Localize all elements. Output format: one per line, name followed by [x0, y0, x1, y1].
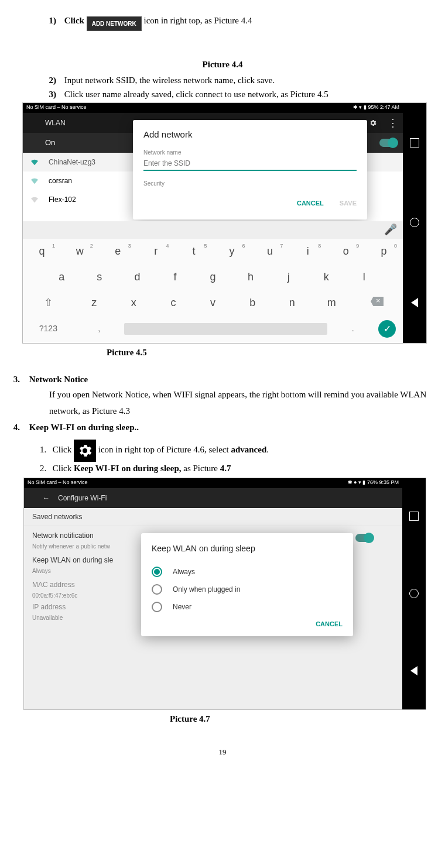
key-p[interactable]: p0: [365, 243, 403, 259]
sec3-title: Network Notice: [29, 375, 88, 384]
key-q[interactable]: q1: [23, 243, 61, 259]
key-a[interactable]: a: [43, 269, 81, 285]
notification-toggle[interactable]: [355, 534, 372, 542]
dialog-cancel-button[interactable]: CANCEL: [297, 200, 324, 207]
add-network-icon: ADD NETWORK: [87, 16, 142, 31]
add-network-dialog: Add network Network name Security CANCEL…: [133, 120, 367, 219]
android-navbar: [402, 478, 426, 709]
sec4-li2-post: as Picture: [183, 464, 220, 473]
key-x[interactable]: x: [114, 295, 154, 311]
opt-never[interactable]: Never: [152, 598, 343, 616]
step-1-num: 1): [40, 14, 56, 28]
gear-icon: [74, 440, 96, 462]
back-icon[interactable]: [411, 298, 418, 307]
status-left: No SIM card – No service: [26, 104, 87, 112]
step-2-text: Input network SSID, the wireless network…: [64, 76, 275, 85]
wifi-name-2: Flex-102: [49, 194, 76, 205]
key-h[interactable]: h: [232, 269, 270, 285]
status-left: No SIM card – No service: [28, 479, 88, 487]
sec4-title: Keep WI-FI on during sleep..: [29, 423, 139, 432]
sec4-li1: 1. Click icon in right top of Picture 4.…: [40, 440, 438, 462]
screenshot-add-network: No SIM card – No service ✱ ▾ ▮ 95% 2:47 …: [22, 102, 427, 344]
appbar-configure: ← Configure Wi-Fi: [24, 488, 402, 508]
symbols-key[interactable]: ?123: [23, 323, 74, 335]
sec4-li2-bold: Keep WI-FI on during sleep,: [74, 464, 182, 473]
appbar2-title: Configure Wi-Fi: [58, 493, 107, 503]
dot-key[interactable]: .: [327, 323, 378, 335]
step-3-text: Click user name already saved, click con…: [64, 90, 328, 99]
kb-suggestion-bar: 🎤: [23, 221, 403, 239]
sec4-li1-pre: Click: [53, 445, 74, 454]
caption-4-7: Picture 4.7: [170, 712, 438, 726]
key-o[interactable]: o9: [327, 243, 365, 259]
status-right: ✱ ● ▾ ▮ 76% 9:35 PM: [348, 479, 399, 487]
appbar-title: WLAN: [45, 118, 66, 128]
caption-4-5: Picture 4.5: [107, 346, 438, 359]
enter-key[interactable]: ✓: [378, 320, 396, 338]
key-j[interactable]: j: [269, 269, 307, 285]
android-navbar: [403, 103, 426, 343]
key-c[interactable]: c: [153, 295, 193, 311]
comma-key[interactable]: ,: [74, 323, 125, 335]
wlan-on-label: On: [45, 137, 55, 149]
step-1-pre: Click: [64, 16, 87, 25]
back-icon[interactable]: [410, 666, 417, 675]
key-s[interactable]: s: [81, 269, 119, 285]
dialog2-title: Keep WLAN on during sleep: [152, 543, 343, 555]
dialog-save-button[interactable]: SAVE: [340, 200, 357, 207]
key-t[interactable]: t5: [175, 243, 213, 259]
caption-4-4: Picture 4.4: [7, 58, 438, 71]
key-b[interactable]: b: [232, 295, 272, 311]
key-z[interactable]: z: [74, 295, 114, 311]
dialog2-cancel-button[interactable]: CANCEL: [316, 619, 343, 629]
key-w[interactable]: w2: [61, 243, 99, 259]
recent-apps-icon[interactable]: [409, 512, 419, 521]
shift-key[interactable]: ⇧: [23, 295, 74, 311]
radio-icon: [152, 567, 162, 577]
step-2-num: 2): [40, 74, 56, 87]
sec4-li2-pre: Click: [53, 464, 74, 473]
key-d[interactable]: d: [118, 269, 156, 285]
ssid-input[interactable]: [143, 157, 357, 171]
key-i[interactable]: i8: [289, 243, 327, 259]
back-arrow-icon[interactable]: ←: [43, 493, 50, 503]
step-2: 2) Input network SSID, the wireless netw…: [40, 74, 438, 87]
screenshot-keep-wlan: No SIM card – No service ✱ ● ▾ ▮ 76% 9:3…: [23, 478, 426, 710]
wlan-toggle[interactable]: [379, 139, 396, 147]
key-y[interactable]: y6: [213, 243, 251, 259]
row-saved-networks[interactable]: Saved networks: [24, 508, 402, 526]
opt-always[interactable]: Always: [152, 563, 343, 581]
sec4-li2-bold2: 4.7: [220, 464, 231, 473]
kb-row-1: q1 w2 e3 r4 t5 y6 u7 i8 o9 p0: [23, 239, 403, 265]
key-g[interactable]: g: [194, 269, 232, 285]
backspace-key[interactable]: [351, 295, 403, 311]
step-1-post: icon in right top, as Picture 4.4: [144, 16, 252, 25]
kb-row-4: ?123 , . ✓: [23, 316, 403, 342]
key-u[interactable]: u7: [251, 243, 289, 259]
sec4-li1-bold: advanced: [231, 445, 266, 454]
key-v[interactable]: v: [193, 295, 233, 311]
wifi-icon: [30, 195, 39, 204]
key-l[interactable]: l: [345, 269, 384, 285]
recent-apps-icon[interactable]: [410, 138, 419, 147]
mic-icon[interactable]: 🎤: [384, 222, 397, 238]
space-key[interactable]: [124, 323, 327, 335]
status-right: ✱ ▾ ▮ 95% 2:47 AM: [353, 104, 399, 112]
sec4-li2: 2. Click Keep WI-FI on during sleep, as …: [40, 462, 438, 475]
dialog-title: Add network: [143, 128, 357, 142]
key-m[interactable]: m: [312, 295, 352, 311]
network-name-label: Network name: [143, 148, 357, 157]
gear-icon[interactable]: [369, 119, 377, 127]
key-e[interactable]: e3: [99, 243, 137, 259]
key-n[interactable]: n: [272, 295, 312, 311]
wifi-name-1: corsran: [49, 176, 72, 186]
key-f[interactable]: f: [156, 269, 194, 285]
key-r[interactable]: r4: [137, 243, 175, 259]
opt-plugged[interactable]: Only when plugged in: [152, 581, 343, 598]
key-k[interactable]: k: [307, 269, 345, 285]
sec4-num: 4.: [11, 421, 20, 434]
home-icon[interactable]: [409, 589, 419, 598]
sec4-li1-post: icon in right top of Picture 4.6, select: [98, 445, 231, 454]
security-label: Security: [143, 179, 357, 188]
home-icon[interactable]: [410, 218, 419, 227]
